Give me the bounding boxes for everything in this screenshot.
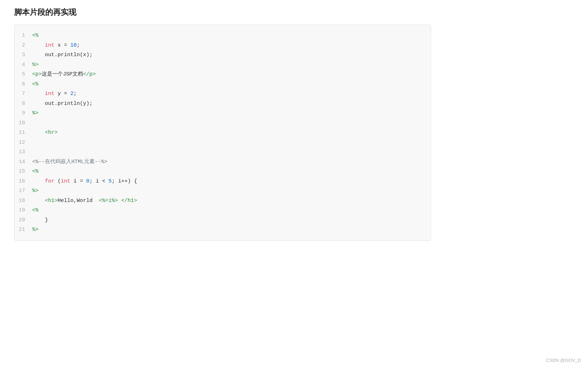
line-number: 8 (14, 99, 32, 108)
line-content: int y = 2; (32, 89, 431, 99)
line-number: 1 (14, 31, 32, 40)
line-number: 15 (14, 167, 32, 176)
line-content: <% (32, 80, 431, 89)
line-number: 4 (14, 60, 32, 70)
line-number: 13 (14, 148, 32, 157)
code-line: 15<% (14, 167, 431, 177)
code-line: 9%> (14, 108, 431, 118)
code-line: 12 (14, 138, 431, 148)
line-content: <% (32, 206, 431, 215)
line-number: 16 (14, 177, 32, 186)
code-line: 13 (14, 147, 431, 157)
code-line: 3 out.println(x); (14, 50, 431, 60)
code-line: 18 <h1>Hello,World <%=i%> </h1> (14, 196, 431, 206)
line-content: out.println(x); (32, 50, 431, 60)
code-line: 16 for (int i = 0; i < 5; i++) { (14, 177, 431, 186)
line-content: %> (32, 109, 431, 118)
line-number: 18 (14, 196, 32, 205)
line-number: 6 (14, 80, 32, 89)
line-number: 19 (14, 206, 32, 215)
line-number: 20 (14, 216, 32, 225)
code-block: 1<%2 int x = 10;3 out.println(x);4%>5<p>… (14, 25, 431, 241)
code-line: 14<%--在代码嵌入HTML元素--%> (14, 157, 431, 167)
line-content: <hr> (32, 128, 431, 137)
line-number: 3 (14, 50, 32, 60)
line-number: 5 (14, 70, 32, 79)
code-line: 21%> (14, 225, 431, 235)
code-line: 20 } (14, 215, 431, 225)
line-content: <% (32, 167, 431, 176)
line-content: } (32, 216, 431, 225)
line-content: out.println(y); (32, 99, 431, 108)
code-line: 5<p>这是一个JSP文档</p> (14, 70, 431, 79)
line-number: 14 (14, 157, 32, 167)
code-line: 11 <hr> (14, 128, 431, 138)
line-number: 7 (14, 89, 32, 99)
code-line: 7 int y = 2; (14, 89, 431, 99)
line-content: <h1>Hello,World <%=i%> </h1> (32, 196, 431, 205)
code-line: 6<% (14, 79, 431, 89)
code-line: 8 out.println(y); (14, 99, 431, 109)
line-content: %> (32, 225, 431, 234)
line-number: 9 (14, 109, 32, 118)
line-number: 21 (14, 225, 32, 234)
code-line: 10 (14, 118, 431, 128)
watermark: CSDN @GOV_D (546, 358, 581, 363)
code-line: 19<% (14, 205, 431, 215)
code-line: 1<% (14, 31, 431, 41)
line-content: <p>这是一个JSP文档</p> (32, 70, 431, 79)
code-line: 17%> (14, 186, 431, 196)
line-number: 17 (14, 186, 32, 196)
code-line: 4%> (14, 60, 431, 70)
line-number: 10 (14, 119, 32, 128)
line-content: %> (32, 60, 431, 70)
line-number: 12 (14, 138, 32, 147)
line-number: 2 (14, 41, 32, 50)
line-content: %> (32, 186, 431, 196)
code-line: 2 int x = 10; (14, 41, 431, 50)
line-content: for (int i = 0; i < 5; i++) { (32, 177, 431, 186)
line-content: <%--在代码嵌入HTML元素--%> (32, 157, 431, 167)
line-content: int x = 10; (32, 41, 431, 50)
line-number: 11 (14, 128, 32, 137)
page-title: 脚本片段的再实现 (14, 7, 574, 18)
line-content: <% (32, 31, 431, 40)
